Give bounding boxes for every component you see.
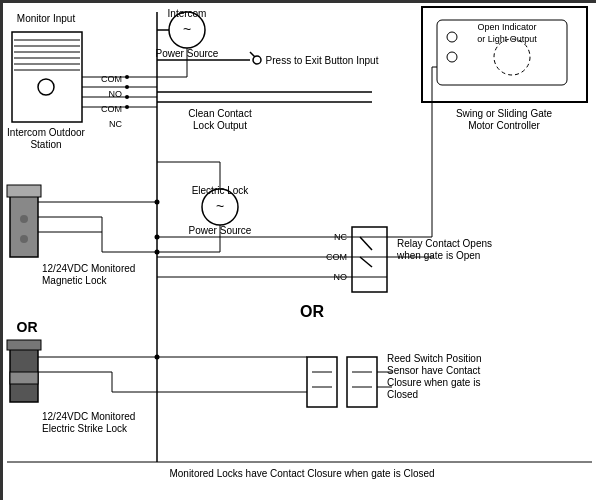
svg-text:Monitor Input: Monitor Input bbox=[17, 13, 76, 24]
svg-text:Motor Controller: Motor Controller bbox=[468, 120, 540, 131]
svg-point-35 bbox=[20, 215, 28, 223]
svg-text:Open Indicator: Open Indicator bbox=[477, 22, 536, 32]
svg-point-78 bbox=[155, 250, 160, 255]
svg-point-73 bbox=[155, 200, 160, 205]
svg-text:Monitored Locks have Contact C: Monitored Locks have Contact Closure whe… bbox=[169, 468, 434, 479]
svg-text:Relay Contact Opens: Relay Contact Opens bbox=[397, 238, 492, 249]
svg-text:~: ~ bbox=[183, 21, 191, 37]
svg-text:Magnetic Lock: Magnetic Lock bbox=[42, 275, 107, 286]
svg-text:Intercom: Intercom bbox=[168, 8, 207, 19]
svg-text:Reed Switch Position: Reed Switch Position bbox=[387, 353, 482, 364]
svg-text:COM: COM bbox=[101, 104, 122, 114]
wiring-diagram: Monitor Input Intercom Outdoor Station ~… bbox=[0, 0, 596, 500]
svg-text:Swing or Sliding Gate: Swing or Sliding Gate bbox=[456, 108, 553, 119]
svg-text:Sensor have Contact: Sensor have Contact bbox=[387, 365, 481, 376]
svg-text:Closure when gate is: Closure when gate is bbox=[387, 377, 480, 388]
svg-text:when gate is Open: when gate is Open bbox=[396, 250, 480, 261]
svg-text:Intercom Outdoor: Intercom Outdoor bbox=[7, 127, 85, 138]
svg-text:Clean Contact: Clean Contact bbox=[188, 108, 252, 119]
svg-rect-42 bbox=[10, 372, 38, 384]
svg-text:Electric Strike Lock: Electric Strike Lock bbox=[42, 423, 128, 434]
svg-text:NC: NC bbox=[109, 119, 122, 129]
svg-text:OR: OR bbox=[17, 319, 38, 335]
svg-point-96 bbox=[155, 235, 160, 240]
svg-text:Closed: Closed bbox=[387, 389, 418, 400]
svg-rect-34 bbox=[7, 185, 41, 197]
svg-text:OR: OR bbox=[300, 303, 324, 320]
svg-rect-41 bbox=[7, 340, 41, 350]
svg-text:COM: COM bbox=[101, 74, 122, 84]
svg-point-36 bbox=[20, 235, 28, 243]
svg-text:12/24VDC Monitored: 12/24VDC Monitored bbox=[42, 263, 135, 274]
svg-text:Lock Output: Lock Output bbox=[193, 120, 247, 131]
svg-text:~: ~ bbox=[216, 198, 224, 214]
svg-text:Press to Exit Button Input: Press to Exit Button Input bbox=[266, 55, 379, 66]
svg-text:12/24VDC Monitored: 12/24VDC Monitored bbox=[42, 411, 135, 422]
svg-text:Station: Station bbox=[30, 139, 61, 150]
svg-text:or Light Output: or Light Output bbox=[477, 34, 537, 44]
